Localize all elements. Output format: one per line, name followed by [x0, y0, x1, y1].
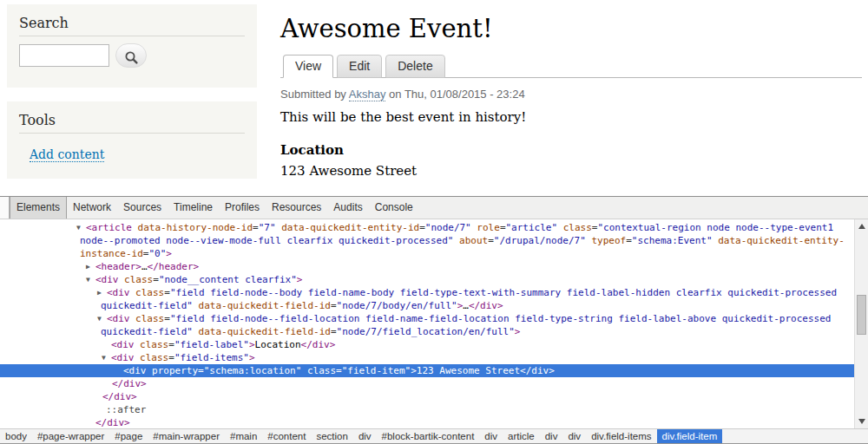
web-page: Search Tools Add content: [0, 0, 868, 196]
code-token: <div: [111, 352, 135, 363]
code-token: "contextual-region node node--type-event…: [597, 222, 833, 233]
code-token: =: [164, 287, 170, 298]
search-input[interactable]: [19, 44, 109, 67]
code-token: "article": [506, 222, 558, 233]
location-value: 123 Awesome Street: [280, 163, 417, 179]
code-token: </div>: [520, 365, 555, 376]
search-button[interactable]: [115, 43, 147, 68]
devtools-tab-timeline[interactable]: Timeline: [168, 197, 219, 219]
breadcrumb-item[interactable]: article: [503, 429, 540, 443]
tree-row-selected[interactable]: <div property="schema:location" class="f…: [0, 364, 854, 377]
expand-arrow-icon[interactable]: ▶: [97, 286, 102, 299]
tree-row[interactable]: ▼<div class="field-items">: [0, 351, 854, 364]
breadcrumb-item[interactable]: section: [311, 429, 352, 443]
tab-delete[interactable]: Delete: [385, 55, 444, 78]
devtools-tabs: ElementsNetworkSourcesTimelineProfilesRe…: [10, 197, 419, 219]
scrollbar-thumb[interactable]: [857, 295, 866, 335]
tree-row[interactable]: ::after: [0, 403, 854, 416]
breadcrumb-item[interactable]: #page-wrapper: [32, 429, 109, 443]
code-token: <article: [86, 222, 132, 233]
breadcrumb-item[interactable]: div: [353, 429, 377, 443]
breadcrumb-item[interactable]: div: [540, 429, 563, 443]
devtools-tab-network[interactable]: Network: [67, 197, 117, 219]
code-token: "7": [259, 222, 276, 233]
devtools-tab-profiles[interactable]: Profiles: [219, 197, 266, 219]
tab-view[interactable]: View: [283, 55, 333, 78]
devtools-tab-resources[interactable]: Resources: [266, 197, 327, 219]
scroll-up-icon[interactable]: [855, 219, 868, 233]
breadcrumb-item[interactable]: div.field-items: [586, 429, 656, 443]
code-token: <header>: [95, 261, 141, 272]
code-token: "field field-node--body field-name-body …: [170, 287, 837, 298]
breadcrumb-item[interactable]: #content: [262, 429, 311, 443]
inspect-element-icon[interactable]: [0, 197, 10, 219]
divider: [19, 133, 245, 134]
breadcrumb-item[interactable]: #page: [109, 429, 148, 443]
expand-arrow-icon[interactable]: ▶: [86, 260, 90, 273]
tree-row[interactable]: ▼<div class="field field-node--field-loc…: [0, 312, 854, 325]
devtools-tab-audits[interactable]: Audits: [327, 197, 368, 219]
scroll-down-icon[interactable]: [855, 415, 868, 428]
code-token: ::after: [106, 404, 146, 415]
breadcrumb-item[interactable]: body: [0, 429, 32, 443]
tree-row[interactable]: </div>: [0, 377, 854, 390]
code-token: >: [515, 326, 521, 337]
tree-row[interactable]: instance-id="0">: [0, 247, 854, 260]
divider: [19, 36, 245, 36]
collapse-arrow-icon[interactable]: ▼: [97, 312, 102, 325]
breadcrumb-item[interactable]: #main-wrapper: [148, 429, 225, 443]
breadcrumb-item[interactable]: div.field-item: [657, 429, 723, 443]
collapse-arrow-icon[interactable]: ▼: [76, 221, 81, 234]
code-token: >: [297, 274, 303, 285]
elements-tree: ▼<article data-history-node-id="7" data-…: [0, 219, 854, 428]
tree-row[interactable]: ▼<article data-history-node-id="7" data-…: [0, 221, 854, 234]
code-token: quickedit-field": [101, 300, 193, 311]
tree-row[interactable]: ▶<header>…</header>: [0, 260, 854, 273]
devtools-tab-console[interactable]: Console: [369, 197, 419, 219]
collapse-arrow-icon[interactable]: ▼: [86, 273, 90, 286]
code-token: =: [331, 300, 337, 311]
tools-block-title: Tools: [19, 112, 56, 128]
scrollbar[interactable]: [854, 219, 868, 428]
code-token: =: [253, 222, 259, 233]
breadcrumb-item[interactable]: #block-bartik-content: [377, 429, 480, 443]
tree-row[interactable]: <div class="field-label">Location</div>: [0, 338, 854, 351]
code-token: =: [168, 352, 174, 363]
code-token: node--promoted node--view-mode-full clea…: [80, 235, 453, 246]
code-token: data-quickedit-entity-: [713, 235, 845, 246]
devtools-tab-sources[interactable]: Sources: [117, 197, 168, 219]
code-token: <div: [107, 287, 130, 298]
collapse-arrow-icon[interactable]: ▼: [102, 351, 106, 364]
devtools-tab-elements[interactable]: Elements: [10, 197, 67, 219]
add-content-link[interactable]: Add content: [30, 147, 104, 162]
code-token: "node/7/field_location/en/full": [337, 326, 515, 337]
code-token: class: [135, 339, 169, 350]
tree-row[interactable]: ▼<div class="node__content clearfix">: [0, 273, 854, 286]
breadcrumb-item[interactable]: div: [479, 429, 503, 443]
tree-row[interactable]: </div>: [0, 390, 854, 403]
tree-row[interactable]: ▶<div class="field field-node--body fiel…: [0, 286, 854, 299]
breadcrumb-item[interactable]: div: [562, 429, 586, 443]
body-text: This will be the best event in history!: [280, 109, 526, 125]
code-token: </div>: [469, 300, 503, 311]
page-title: Awesome Event!: [280, 14, 493, 43]
code-token: data-history-node-id: [132, 222, 253, 233]
code-token: =: [164, 313, 170, 324]
tree-row[interactable]: quickedit-field" data-quickedit-field-id…: [0, 325, 854, 338]
devtools-panel: ElementsNetworkSourcesTimelineProfilesRe…: [0, 196, 868, 444]
code-token: </div>: [95, 417, 130, 428]
tab-edit[interactable]: Edit: [337, 55, 382, 78]
code-token: =: [153, 274, 159, 285]
code-token: =: [500, 222, 506, 233]
code-token: "schema:Event": [632, 235, 713, 246]
tree-row[interactable]: </div>: [0, 416, 854, 428]
code-token: "node/7/body/en/full": [337, 300, 457, 311]
author-link[interactable]: Akshay: [349, 88, 386, 101]
code-token: "field field-node--field-location field-…: [170, 313, 832, 324]
breadcrumb-item[interactable]: #main: [225, 429, 262, 443]
submitted-line: Submitted by Akshay on Thu, 01/08/2015 -…: [280, 88, 525, 101]
code-token: data-quickedit-entity-id: [276, 222, 420, 233]
tree-row[interactable]: quickedit-field" data-quickedit-field-id…: [0, 299, 854, 312]
tree-row[interactable]: node--promoted node--view-mode-full clea…: [0, 234, 854, 247]
code-token: </div>: [112, 378, 147, 389]
